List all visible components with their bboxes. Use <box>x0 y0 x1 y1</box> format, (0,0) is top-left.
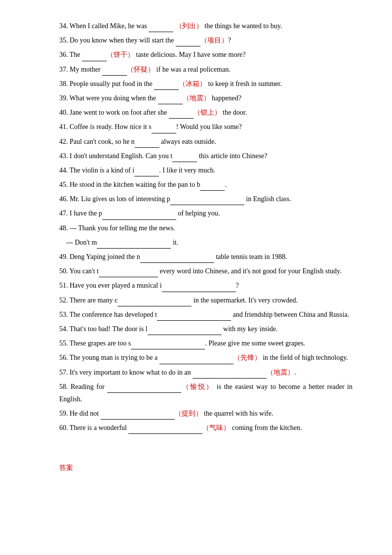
question-58: 58. Reading for （愉悦） is the easiest way … <box>59 381 353 405</box>
q49-blank[interactable] <box>140 262 214 263</box>
question-47: 47. I have the p of helping you. <box>59 207 353 219</box>
questions-container: 34. When I called Mike, he was （列出） the … <box>59 20 353 434</box>
q47-blank[interactable] <box>102 219 176 220</box>
question-53: 53. The conference has developed t and f… <box>59 308 353 321</box>
q47-text: 47. I have the p of helping you. <box>59 210 220 217</box>
q55-text: 55. These grapes are too s. Please give … <box>59 340 305 347</box>
question-52: 52. There are many c in the supermarket.… <box>59 294 353 306</box>
q48a-text: 48. --- Thank you for telling me the new… <box>59 224 175 232</box>
question-45: 45. He stood in the kitchen waiting for … <box>59 178 353 191</box>
q36-blank[interactable] <box>82 61 107 61</box>
question-36: 36. The （饼干） taste delicious. May I have… <box>59 48 353 61</box>
q43-text: 43. I don't understand English. Can you … <box>59 152 268 160</box>
question-51: 51. Have you ever played a musical i? <box>59 279 353 292</box>
q45-text: 45. He stood in the kitchen waiting for … <box>59 181 227 188</box>
q43-blank[interactable] <box>172 162 197 162</box>
q44-text: 44. The violin is a kind of i. I like it… <box>59 167 215 174</box>
q54-text: 54. That's too bad! The door is l with m… <box>59 325 277 333</box>
question-48a: 48. --- Thank you for telling me the new… <box>59 222 353 234</box>
answer-section: 答案 <box>59 464 353 472</box>
q54-blank[interactable] <box>148 335 222 335</box>
q59-blank[interactable] <box>101 419 175 420</box>
question-54: 54. That's too bad! The door is l with m… <box>59 323 353 335</box>
q44-blank[interactable] <box>134 176 159 176</box>
q60-text: 60. There is a wonderful （气味） coming fro… <box>59 424 302 431</box>
question-56: 56. The young man is trying to be a （先锋）… <box>59 351 353 364</box>
q53-blank[interactable] <box>157 320 231 321</box>
q56-text: 56. The young man is trying to be a （先锋）… <box>59 354 348 361</box>
q35-blank[interactable] <box>176 46 200 46</box>
question-60: 60. There is a wonderful （气味） coming fro… <box>59 422 353 434</box>
question-43: 43. I don't understand English. Can you … <box>59 150 353 162</box>
question-34: 34. When I called Mike, he was （列出） the … <box>59 20 353 32</box>
question-40: 40. Jane went to work on foot after she … <box>59 106 353 119</box>
question-38: 38. People usually put food in the （冰箱） … <box>59 78 353 90</box>
q53-text: 53. The conference has developed t and f… <box>59 311 349 318</box>
q34-text: 34. When I called Mike, he was （列出） the … <box>59 22 282 30</box>
question-35: 35. Do you know when they will start the… <box>59 34 353 46</box>
question-46: 46. Mr. Liu gives us lots of interesting… <box>59 193 353 205</box>
question-48b: --- Don't m it. <box>59 236 353 249</box>
q46-text: 46. Mr. Liu gives us lots of interesting… <box>59 195 291 203</box>
q48b-blank[interactable] <box>97 248 171 249</box>
q46-blank[interactable] <box>170 205 244 205</box>
question-55: 55. These grapes are too s. Please give … <box>59 337 353 349</box>
q45-blank[interactable] <box>200 190 225 191</box>
q56-blank[interactable] <box>159 364 234 364</box>
q35-text: 35. Do you know when they will start the… <box>59 37 231 44</box>
q39-blank[interactable] <box>158 104 183 104</box>
q58-blank[interactable] <box>107 392 181 393</box>
q38-blank[interactable] <box>154 89 179 90</box>
q57-text: 57. It's very important to know what to … <box>59 369 296 376</box>
question-39: 39. What were you doing when the （地震） ha… <box>59 92 353 104</box>
question-49: 49. Deng Yaping joined the n table tenni… <box>59 251 353 263</box>
q49-text: 49. Deng Yaping joined the n table tenni… <box>59 253 287 260</box>
question-59: 59. He did not （提到） the quarrel with his… <box>59 407 353 420</box>
q52-blank[interactable] <box>118 306 192 306</box>
q50-text: 50. You can't t every word into Chinese,… <box>59 267 342 275</box>
q41-text: 41. Coffee is ready. How nice it s! Woul… <box>59 123 242 130</box>
q52-text: 52. There are many c in the supermarket.… <box>59 297 298 304</box>
q60-blank[interactable] <box>128 433 202 434</box>
q42-blank[interactable] <box>135 147 159 148</box>
q39-text: 39. What were you doing when the （地震） ha… <box>59 94 241 102</box>
q41-blank[interactable] <box>152 133 176 133</box>
question-42: 42. Paul can't cook, so he n always eats… <box>59 135 353 148</box>
q40-text: 40. Jane went to work on foot after she … <box>59 109 247 116</box>
q40-blank[interactable] <box>169 118 194 119</box>
q58-text: 58. Reading for （愉悦） is the easiest way … <box>59 383 353 403</box>
q37-blank[interactable] <box>102 75 127 76</box>
question-50: 50. You can't t every word into Chinese,… <box>59 265 353 277</box>
q38-text: 38. People usually put food in the （冰箱） … <box>59 80 282 87</box>
answer-label: 答案 <box>59 464 73 471</box>
question-37: 37. My mother （怀疑） if he was a real poli… <box>59 63 353 76</box>
q36-text: 36. The （饼干） taste delicious. May I have… <box>59 51 246 58</box>
question-41: 41. Coffee is ready. How nice it s! Woul… <box>59 121 353 133</box>
q51-blank[interactable] <box>162 292 236 292</box>
question-44: 44. The violin is a kind of i. I like it… <box>59 164 353 176</box>
q55-blank[interactable] <box>131 349 205 349</box>
q51-text: 51. Have you ever played a musical i? <box>59 282 239 289</box>
q42-text: 42. Paul can't cook, so he n always eats… <box>59 138 216 145</box>
q59-text: 59. He did not （提到） the quarrel with his… <box>59 410 273 417</box>
q48b-text: --- Don't m it. <box>59 239 178 246</box>
q34-blank[interactable] <box>149 32 173 32</box>
q57-blank[interactable] <box>193 378 267 379</box>
q37-text: 37. My mother （怀疑） if he was a real poli… <box>59 66 231 73</box>
question-57: 57. It's very important to know what to … <box>59 366 353 379</box>
q50-blank[interactable] <box>99 277 158 277</box>
